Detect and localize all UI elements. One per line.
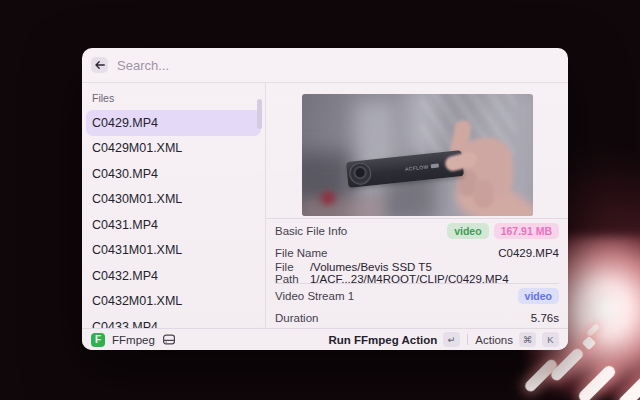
info-row-duration: Duration 5.76s — [275, 307, 559, 328]
file-item-c0433-mp4[interactable]: C0433.MP4 — [86, 314, 261, 328]
footer-divider — [467, 334, 468, 345]
file-item-c0431-mp4[interactable]: C0431.MP4 — [86, 212, 261, 238]
file-size-badge: 167.91 MB — [494, 223, 559, 239]
file-info-panel: Basic File Info video 167.91 MB File Nam… — [266, 218, 568, 328]
ffmpeg-launcher-window: Files C0429.MP4 C0429M01.XML C0430.MP4 C… — [82, 48, 568, 350]
file-item-c0431m01-xml[interactable]: C0431M01.XML — [86, 238, 261, 264]
search-input[interactable] — [117, 58, 559, 73]
thumb-bg-blur — [302, 198, 384, 216]
main-area: Files C0429.MP4 C0429M01.XML C0430.MP4 C… — [82, 83, 568, 328]
drive-icon — [162, 333, 176, 346]
stream-type-badge: video — [518, 288, 559, 304]
return-key-icon: ↵ — [443, 332, 460, 347]
device-brand-label: ACFLOW — [404, 162, 438, 171]
file-path-value: /Volumes/Bevis SSD T5 1/ACF...23/M4ROOT/… — [310, 261, 559, 285]
file-item-c0429-mp4[interactable]: C0429.MP4 — [86, 110, 261, 136]
run-action-label: Run FFmpeg Action — [328, 334, 437, 346]
file-item-c0429m01-xml[interactable]: C0429M01.XML — [86, 136, 261, 162]
duration-value: 5.76s — [531, 312, 559, 324]
file-item-c0430-mp4[interactable]: C0430.MP4 — [86, 161, 261, 187]
app-name: FFmpeg — [112, 334, 155, 346]
duration-label: Duration — [275, 312, 318, 324]
file-item-c0432-mp4[interactable]: C0432.MP4 — [86, 263, 261, 289]
arrow-left-icon — [95, 61, 105, 69]
camera-lens-icon — [348, 162, 372, 186]
file-name-label: File Name — [275, 247, 327, 259]
video-thumbnail: ACFLOW — [302, 94, 533, 216]
info-row-file-name: File Name C0429.MP4 — [275, 242, 559, 263]
file-sidebar: Files C0429.MP4 C0429M01.XML C0430.MP4 C… — [82, 83, 266, 328]
file-item-c0432m01-xml[interactable]: C0432M01.XML — [86, 289, 261, 315]
ffmpeg-logo: F — [91, 333, 105, 347]
files-section-label: Files — [86, 89, 261, 110]
sidebar-scrollbar-thumb[interactable] — [257, 99, 262, 129]
actions-label: Actions — [475, 334, 513, 346]
detail-panel: ACFLOW Basic File Info video 167.91 MB F… — [266, 83, 568, 328]
file-name-value: C0429.MP4 — [498, 247, 559, 259]
footer-bar: F FFmpeg Run FFmpeg Action ↵ Actions ⌘ K — [82, 328, 568, 350]
file-path-label: File Path — [275, 261, 310, 285]
info-row-file-path: File Path /Volumes/Bevis SSD T5 1/ACF...… — [275, 263, 559, 283]
info-row-basic: Basic File Info video 167.91 MB — [275, 219, 559, 242]
run-ffmpeg-action-button[interactable]: Run FFmpeg Action ↵ — [328, 332, 460, 347]
thumb-bg-red-spot — [321, 191, 335, 205]
preview-area: ACFLOW — [266, 83, 568, 218]
actions-button[interactable]: Actions ⌘ K — [475, 332, 559, 347]
file-type-badge: video — [447, 223, 488, 239]
info-row-video-stream: Video Stream 1 video — [275, 284, 559, 307]
command-key-icon: ⌘ — [519, 332, 536, 347]
back-button[interactable] — [91, 57, 108, 73]
hand-finger — [474, 180, 493, 208]
search-bar — [82, 48, 568, 83]
video-stream-label: Video Stream 1 — [275, 290, 354, 302]
file-item-c0430m01-xml[interactable]: C0430M01.XML — [86, 187, 261, 213]
k-key-icon: K — [542, 332, 559, 347]
basic-info-label: Basic File Info — [275, 225, 347, 237]
device-badge — [430, 163, 438, 168]
